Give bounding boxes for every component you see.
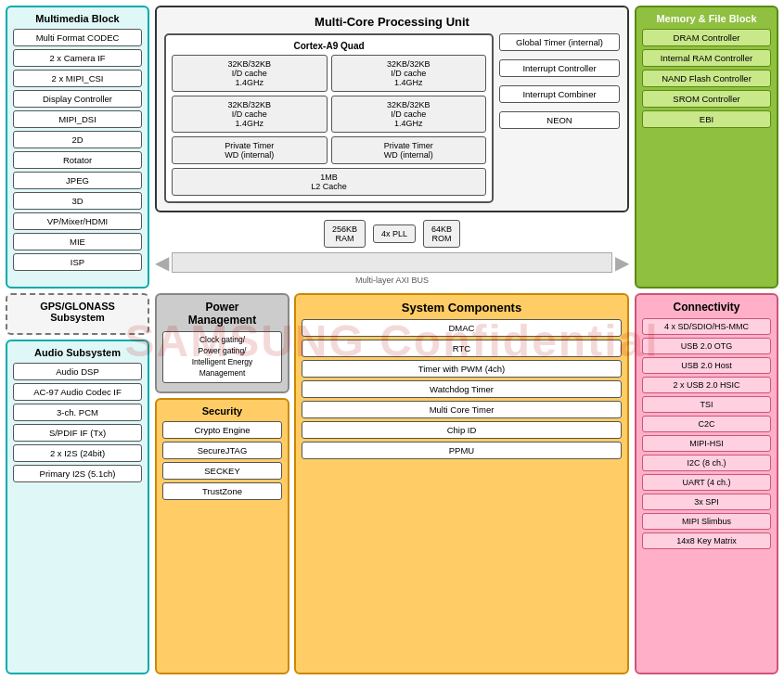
- cpu-core: 32KB/32KB I/D cache 1.4GHz: [172, 96, 328, 133]
- security-items: Crypto EngineSecureJTAGSECKEYTrustZone: [162, 421, 282, 500]
- system-items: DMACRTCTimer with PWM (4ch)Watchdog Time…: [302, 319, 622, 459]
- connectivity-item: USB 2.0 Host: [642, 357, 771, 374]
- audio-item: S/PDIF IF (Tx): [13, 424, 142, 442]
- bus-component: 256KB RAM: [324, 220, 366, 248]
- core-grid: 32KB/32KB I/D cache 1.4GHz32KB/32KB I/D …: [172, 55, 486, 133]
- system-item: RTC: [302, 340, 622, 357]
- cpu-core: 32KB/32KB I/D cache 1.4GHz: [172, 55, 328, 92]
- audio-item: Primary I2S (5.1ch): [13, 465, 142, 482]
- multimedia-item: 3D: [13, 192, 142, 210]
- cpu-block: Multi-Core Processing Unit Cortex-A9 Qua…: [155, 6, 629, 212]
- cpu-right-item: Global Timer (internal): [499, 33, 620, 51]
- bus-component: 4x PLL: [373, 225, 416, 243]
- memory-item: DRAM Controller: [642, 29, 771, 46]
- arrow-left: ◀: [155, 251, 169, 274]
- cpu-right-item: NEON: [499, 111, 620, 129]
- cpu-core: 32KB/32KB I/D cache 1.4GHz: [331, 96, 487, 133]
- security-item: TrustZone: [162, 482, 282, 500]
- connectivity-item: UART (4 ch.): [642, 474, 771, 491]
- connectivity-item: I2C (8 ch.): [642, 455, 771, 471]
- connectivity-item: MIPI Slimbus: [642, 513, 771, 530]
- bus-component: 64KB ROM: [423, 220, 460, 248]
- memory-item: EBI: [642, 110, 771, 128]
- connectivity-item: 14x8 Key Matrix: [642, 532, 771, 549]
- private-timer: Private Timer WD (internal): [172, 136, 328, 164]
- security-item: Crypto Engine: [162, 421, 282, 439]
- private-timer: Private Timer WD (internal): [331, 136, 487, 164]
- memory-title: Memory & File Block: [642, 13, 771, 24]
- bottom-center: PowerManagement Clock gating/Power gatin…: [155, 293, 629, 674]
- bottom-left: GPS/GLONASSSubsystem Audio Subsystem Aud…: [6, 293, 149, 674]
- audio-item: 3-ch. PCM: [13, 404, 142, 421]
- power-title: PowerManagement: [162, 301, 282, 327]
- multimedia-item: VP/Mixer/HDMI: [13, 212, 142, 230]
- memory-item: Internal RAM Controller: [642, 49, 771, 67]
- power-security-col: PowerManagement Clock gating/Power gatin…: [155, 293, 289, 674]
- connectivity-item: C2C: [642, 416, 771, 432]
- cpu-right-items: Global Timer (internal)Interrupt Control…: [499, 33, 620, 203]
- multimedia-item: Display Controller: [13, 90, 142, 108]
- audio-items: Audio DSPAC-97 Audio Codec IF3-ch. PCMS/…: [13, 363, 142, 482]
- connectivity-title: Connectivity: [642, 301, 771, 314]
- gps-title: GPS/GLONASSSubsystem: [13, 301, 142, 323]
- memory-item: SROM Controller: [642, 90, 771, 108]
- power-item: Clock gating/Power gating/Intelligent En…: [162, 331, 282, 383]
- multimedia-item: 2 x Camera IF: [13, 49, 142, 67]
- connectivity-item: USB 2.0 OTG: [642, 338, 771, 354]
- cpu-right-item: Interrupt Controller: [499, 59, 620, 77]
- security-item: SECKEY: [162, 462, 282, 480]
- memory-items: DRAM ControllerInternal RAM ControllerNA…: [642, 29, 771, 128]
- system-item: Multi Core Timer: [302, 401, 622, 418]
- connectivity-item: MIPI-HSI: [642, 435, 771, 452]
- connectivity-item: 4 x SD/SDIO/HS-MMC: [642, 318, 771, 335]
- multimedia-item: Multi Format CODEC: [13, 29, 142, 46]
- cpu-left: Cortex-A9 Quad 32KB/32KB I/D cache 1.4GH…: [164, 33, 494, 203]
- multimedia-item: 2D: [13, 131, 142, 148]
- security-item: SecureJTAG: [162, 442, 282, 459]
- l2-cache: 1MBL2 Cache: [172, 168, 486, 196]
- cpu-title: Multi-Core Processing Unit: [164, 15, 620, 29]
- cortex-label: Cortex-A9 Quad: [172, 41, 486, 51]
- system-title: System Components: [302, 301, 622, 314]
- memory-block: Memory & File Block DRAM ControllerInter…: [635, 6, 778, 289]
- bus-bar: [172, 252, 612, 273]
- system-block: System Components DMACRTCTimer with PWM …: [294, 293, 629, 674]
- audio-title: Audio Subsystem: [13, 347, 142, 358]
- connectivity-item: 2 x USB 2.0 HSIC: [642, 377, 771, 393]
- multimedia-item: 2 x MIPI_CSI: [13, 70, 142, 87]
- multimedia-item: MIE: [13, 233, 142, 250]
- cpu-inner: Cortex-A9 Quad 32KB/32KB I/D cache 1.4GH…: [164, 33, 494, 203]
- arrow-right: ▶: [615, 251, 629, 274]
- multimedia-item: JPEG: [13, 172, 142, 189]
- bus-arrow-container: ◀ ▶: [155, 250, 629, 276]
- bus-label: Multi-layer AXI BUS: [355, 276, 429, 285]
- cpu-area: Multi-Core Processing Unit Cortex-A9 Qua…: [155, 6, 629, 289]
- security-title: Security: [162, 405, 282, 417]
- audio-item: 2 x I2S (24bit): [13, 444, 142, 462]
- gps-block: GPS/GLONASSSubsystem: [6, 293, 149, 335]
- multimedia-item: Rotator: [13, 151, 142, 169]
- cpu-right-item: Interrupt Combiner: [499, 85, 620, 103]
- audio-item: Audio DSP: [13, 363, 142, 380]
- multimedia-item: MIPI_DSI: [13, 110, 142, 128]
- bus-area: 256KB RAM4x PLL64KB ROM ◀ ▶ Multi-layer …: [155, 220, 629, 285]
- memory-item: NAND Flash Controller: [642, 70, 771, 87]
- system-item: Chip ID: [302, 421, 622, 439]
- security-block: Security Crypto EngineSecureJTAGSECKEYTr…: [155, 398, 289, 674]
- private-timer-grid: Private Timer WD (internal)Private Timer…: [172, 136, 486, 164]
- cpu-core: 32KB/32KB I/D cache 1.4GHz: [331, 55, 487, 92]
- system-item: PPMU: [302, 442, 622, 459]
- bus-components: 256KB RAM4x PLL64KB ROM: [324, 220, 460, 248]
- multimedia-item: ISP: [13, 253, 142, 271]
- audio-item: AC-97 Audio Codec IF: [13, 383, 142, 401]
- system-item: DMAC: [302, 319, 622, 337]
- audio-block: Audio Subsystem Audio DSPAC-97 Audio Cod…: [6, 340, 149, 674]
- bottom-row: GPS/GLONASSSubsystem Audio Subsystem Aud…: [6, 293, 778, 674]
- multimedia-title: Multimedia Block: [13, 13, 142, 24]
- connectivity-item: TSI: [642, 396, 771, 413]
- multimedia-items: Multi Format CODEC2 x Camera IF2 x MIPI_…: [13, 29, 142, 271]
- power-block: PowerManagement Clock gating/Power gatin…: [155, 293, 289, 393]
- connectivity-block: Connectivity 4 x SD/SDIO/HS-MMCUSB 2.0 O…: [635, 293, 778, 674]
- system-item: Watchdog Timer: [302, 380, 622, 398]
- multimedia-block: Multimedia Block Multi Format CODEC2 x C…: [6, 6, 149, 289]
